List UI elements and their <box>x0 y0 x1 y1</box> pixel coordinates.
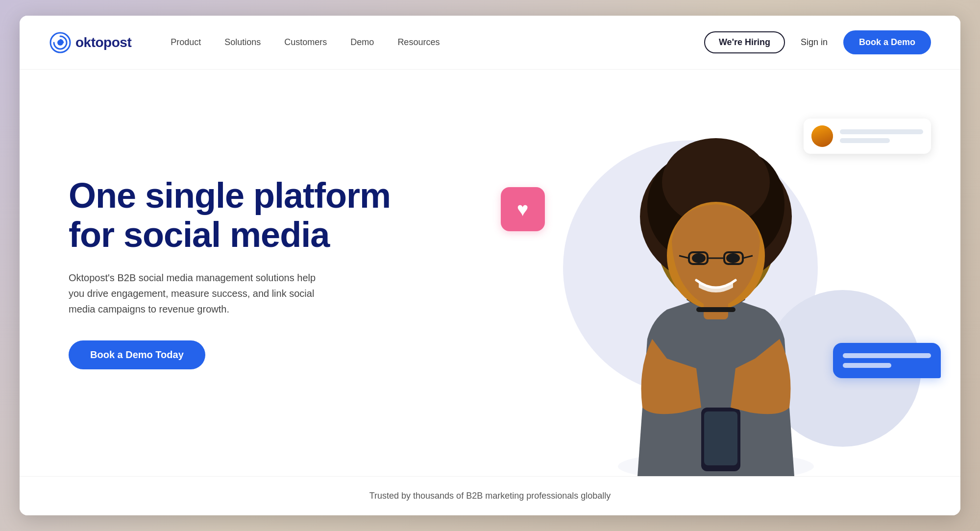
svg-point-9 <box>692 253 706 263</box>
logo-text: oktopost <box>75 35 131 50</box>
notif-line-2 <box>840 138 890 143</box>
main-nav: Product Solutions Customers Demo Resourc… <box>171 37 704 48</box>
header: oktopost Product Solutions Customers Dem… <box>20 16 960 70</box>
nav-item-customers[interactable]: Customers <box>284 37 327 48</box>
trust-bar: Trusted by thousands of B2B marketing pr… <box>20 476 960 515</box>
heart-icon: ♥ <box>517 198 529 220</box>
hero-section: One single platform for social media Okt… <box>20 70 960 476</box>
main-window: oktopost Product Solutions Customers Dem… <box>20 16 960 515</box>
nav-item-product[interactable]: Product <box>171 37 201 48</box>
nav-item-resources[interactable]: Resources <box>397 37 440 48</box>
notif-line-1 <box>840 129 923 134</box>
chat-line-1 <box>843 353 931 358</box>
hero-cta-button[interactable]: Book a Demo Today <box>69 340 205 369</box>
chat-bubble-blue <box>833 343 941 378</box>
logo[interactable]: oktopost <box>49 31 131 54</box>
hero-title: One single platform for social media <box>69 176 442 254</box>
logo-icon <box>49 31 72 54</box>
avatar-fill <box>811 125 833 147</box>
nav-item-solutions[interactable]: Solutions <box>224 37 261 48</box>
notif-avatar <box>811 125 833 147</box>
chat-line-2 <box>843 363 891 368</box>
header-actions: We're Hiring Sign in Book a Demo <box>704 30 931 54</box>
hero-subtitle: Oktopost's B2B social media management s… <box>69 270 323 317</box>
svg-point-10 <box>726 253 740 263</box>
notification-card <box>804 119 931 154</box>
person-svg <box>588 133 843 476</box>
hero-content: One single platform for social media Okt… <box>20 70 471 476</box>
svg-rect-19 <box>696 307 735 312</box>
hiring-button[interactable]: We're Hiring <box>704 31 785 53</box>
person-image <box>588 133 843 476</box>
notif-content <box>840 129 923 143</box>
nav-item-demo[interactable]: Demo <box>350 37 374 48</box>
hero-illustration: ♥ <box>471 70 960 476</box>
signin-button[interactable]: Sign in <box>793 32 835 52</box>
trust-text: Trusted by thousands of B2B marketing pr… <box>369 491 611 501</box>
heart-bubble: ♥ <box>501 187 545 231</box>
svg-rect-17 <box>704 411 737 465</box>
book-demo-button[interactable]: Book a Demo <box>843 30 931 54</box>
